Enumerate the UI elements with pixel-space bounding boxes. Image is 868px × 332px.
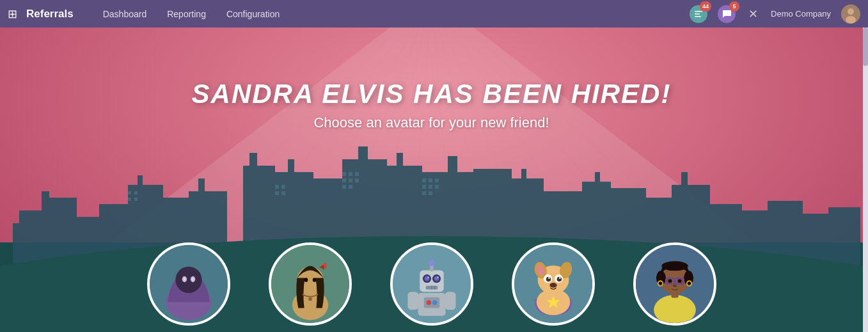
scrollbar-thumb[interactable]: [863, 28, 868, 66]
svg-rect-69: [349, 185, 352, 189]
svg-point-115: [432, 300, 437, 305]
svg-rect-59: [134, 191, 138, 194]
svg-rect-2: [695, 16, 701, 17]
headline-container: SANDRA ELVIS HAS BEEN HIRED! Choose an a…: [0, 79, 863, 131]
svg-point-107: [427, 276, 429, 278]
background-scene: SANDRA ELVIS HAS BEEN HIRED! Choose an a…: [0, 28, 863, 332]
avatar-choice-5[interactable]: [633, 242, 716, 326]
svg-point-95: [304, 278, 308, 282]
svg-rect-75: [435, 185, 439, 189]
avatars-row: [0, 242, 863, 326]
svg-rect-78: [275, 185, 279, 189]
scrollbar[interactable]: [863, 28, 868, 332]
activities-count: 44: [700, 1, 711, 12]
svg-point-138: [661, 261, 688, 271]
svg-rect-74: [429, 185, 432, 189]
avatar-choice-4[interactable]: [512, 242, 595, 326]
company-name: Demo Company: [771, 9, 831, 19]
svg-rect-68: [342, 185, 346, 189]
grid-icon[interactable]: ⊞: [8, 7, 17, 21]
svg-rect-79: [281, 185, 285, 189]
svg-rect-113: [423, 297, 439, 308]
svg-rect-62: [342, 172, 346, 176]
svg-point-145: [677, 279, 681, 283]
messages-count: 5: [729, 1, 739, 12]
user-avatar[interactable]: [841, 4, 860, 24]
svg-point-144: [668, 279, 672, 283]
svg-rect-77: [429, 191, 432, 195]
main-nav: Dashboard Reporting Configuration: [93, 0, 290, 28]
app-name: Referrals: [26, 8, 74, 20]
close-button[interactable]: ✕: [743, 4, 763, 24]
svg-rect-0: [695, 11, 702, 12]
svg-rect-117: [445, 292, 455, 310]
svg-rect-67: [355, 178, 359, 182]
svg-rect-72: [435, 178, 439, 182]
topbar: ⊞ Referrals Dashboard Reporting Configur…: [0, 0, 868, 28]
headline-subtitle: Choose an avatar for your new friend!: [0, 115, 863, 131]
topbar-right: 44 5 ✕ Demo Company: [687, 3, 860, 26]
svg-rect-64: [355, 172, 359, 176]
avatar-choice-3[interactable]: [390, 242, 473, 326]
svg-point-108: [436, 276, 438, 278]
svg-rect-71: [429, 178, 432, 182]
svg-point-4: [848, 8, 854, 15]
svg-rect-81: [281, 191, 285, 195]
svg-point-97: [308, 297, 312, 301]
svg-rect-80: [275, 191, 279, 195]
svg-point-90: [191, 278, 194, 281]
svg-rect-60: [128, 198, 131, 201]
svg-point-114: [426, 300, 431, 305]
svg-rect-65: [342, 178, 346, 182]
svg-rect-73: [422, 185, 426, 189]
headline-title: SANDRA ELVIS HAS BEEN HIRED!: [0, 79, 863, 109]
svg-rect-58: [128, 191, 131, 194]
svg-point-128: [548, 277, 550, 279]
svg-point-130: [549, 283, 556, 288]
svg-rect-61: [134, 198, 138, 201]
avatar-choice-1[interactable]: [147, 242, 230, 326]
nav-item-configuration[interactable]: Configuration: [216, 0, 290, 28]
svg-rect-116: [407, 292, 418, 310]
activities-button[interactable]: 44: [687, 3, 710, 26]
nav-item-reporting[interactable]: Reporting: [157, 0, 216, 28]
svg-point-86: [175, 267, 201, 293]
nav-item-dashboard[interactable]: Dashboard: [93, 0, 157, 28]
svg-rect-70: [422, 178, 426, 182]
svg-rect-63: [349, 172, 352, 176]
svg-point-102: [429, 260, 434, 265]
svg-point-96: [312, 278, 316, 282]
svg-point-146: [673, 285, 677, 287]
messages-button[interactable]: 5: [715, 3, 738, 26]
avatar-choice-2[interactable]: [269, 242, 352, 326]
svg-point-129: [558, 277, 560, 279]
svg-point-5: [846, 16, 856, 24]
main-content: SANDRA ELVIS HAS BEEN HIRED! Choose an a…: [0, 28, 863, 332]
svg-point-89: [183, 278, 185, 281]
svg-rect-76: [422, 191, 426, 195]
svg-rect-1: [695, 13, 700, 15]
svg-rect-66: [349, 178, 352, 182]
